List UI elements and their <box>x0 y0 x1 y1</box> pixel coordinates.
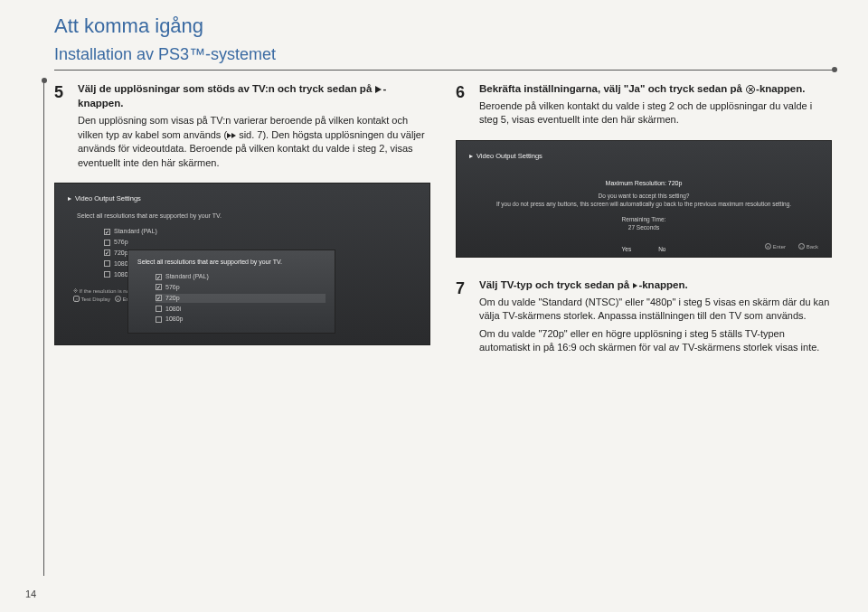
ss2-bottombar: × Enter ○ Back <box>765 243 818 250</box>
page-body: Att komma igång Installation av PS3™-sys… <box>0 0 868 386</box>
step-5-text: Den upplösning som visas på TV:n variera… <box>78 114 430 170</box>
play-icon <box>633 283 637 288</box>
x-icon: ✕ <box>746 85 755 94</box>
ss2-remain1: Remaining Time: <box>469 215 818 223</box>
ss1-title: ▸Video Output Settings <box>68 194 417 204</box>
page-header: Att komma igång Installation av PS3™-sys… <box>54 14 832 64</box>
ss2-q1: Do you want to accept this setting? <box>469 192 818 200</box>
ss1o-res-1: 576p <box>156 283 326 292</box>
step-6-number: 6 <box>456 81 472 131</box>
step-7: 7 Välj TV-typ och tryck sedan på -knappe… <box>456 278 832 359</box>
ss1o-res-4: 1080p <box>156 315 326 324</box>
ss2-no: No <box>658 245 665 253</box>
ss1-res-1: 576p <box>104 238 417 247</box>
ss1o-res-3: 1080i <box>156 305 326 314</box>
ss1o-res-0: Standard (PAL) <box>156 272 326 281</box>
play-icon <box>375 86 382 93</box>
ss1-res-0: Standard (PAL) <box>104 227 417 236</box>
ss1-overlay-sub: Select all resolutions that are supporte… <box>137 258 326 267</box>
step-7-number: 7 <box>456 278 472 359</box>
step-5-title: Välj de upplösningar som stöds av TV:n o… <box>78 81 430 110</box>
screenshot-confirm: ▸Video Output Settings Maximum Resolutio… <box>456 140 832 258</box>
step-7-title: Välj TV-typ och tryck sedan på -knappen. <box>479 278 832 292</box>
page-number: 14 <box>25 588 36 599</box>
step-6-text: Beroende på vilken kontakt du valde i st… <box>479 99 832 127</box>
fast-forward-icon <box>227 128 236 142</box>
right-column: 6 Bekräfta inställningarna, välj "Ja" oc… <box>456 81 832 368</box>
ss2-title: ▸Video Output Settings <box>469 152 818 162</box>
step-6-title: Bekräfta inställningarna, välj "Ja" och … <box>479 81 832 96</box>
ss1-overlay-popup: Select all resolutions that are supporte… <box>127 250 335 334</box>
header-title: Att komma igång <box>54 14 832 38</box>
left-column: 5 Välj de upplösningar som stöds av TV:n… <box>54 81 430 368</box>
step-6: 6 Bekräfta inställningarna, välj "Ja" oc… <box>456 81 832 131</box>
step-5-number: 5 <box>54 81 71 174</box>
ss2-yes: Yes <box>622 245 632 253</box>
ss2-remain2: 27 Seconds <box>469 223 818 231</box>
step-7-text-1: Om du valde "Standard (NTSC)" eller "480… <box>479 296 832 324</box>
step-5: 5 Välj de upplösningar som stöds av TV:n… <box>54 81 430 174</box>
rule-dot-top <box>42 78 47 83</box>
ss1o-res-2: 720p <box>156 294 326 303</box>
header-subtitle: Installation av PS3™-systemet <box>54 45 832 64</box>
step-7-text-2: Om du valde "720p" eller en högre upplös… <box>479 327 832 355</box>
left-rule <box>43 81 44 576</box>
ss2-max: Maximum Resolution: 720p <box>469 179 818 188</box>
ss2-q2: If you do not press any buttons, this sc… <box>469 200 818 208</box>
ss1-subtitle: Select all resolutions that are supporte… <box>77 212 417 221</box>
screenshot-resolutions: ▸Video Output Settings Select all resolu… <box>54 183 430 345</box>
header-rule <box>54 70 832 71</box>
